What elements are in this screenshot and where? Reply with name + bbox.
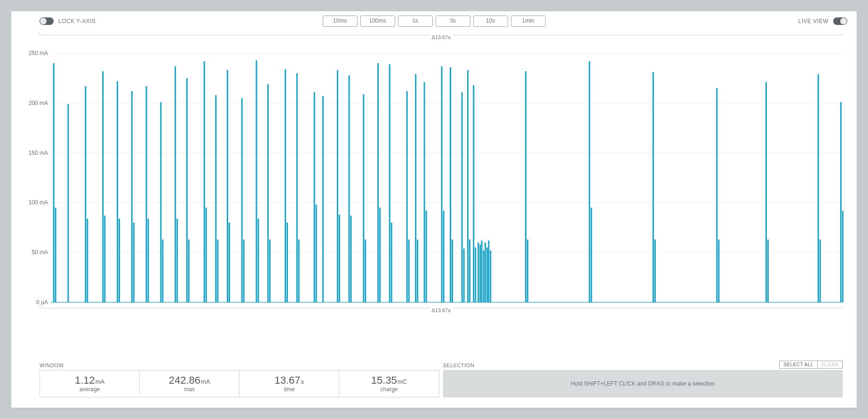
zoom-preset-button[interactable]: 10s bbox=[473, 16, 508, 27]
top-toolbar: LOCK Y-AXIS 10ms100ms1s3s10s1min LIVE VI… bbox=[11, 14, 857, 28]
selection-block: SELECTION SELECT ALL CLEAR Hold SHIFT+LE… bbox=[443, 363, 843, 399]
live-view-label: LIVE VIEW bbox=[798, 18, 828, 24]
stat-label: charge bbox=[381, 386, 398, 393]
stat-cell: 15.35mCcharge bbox=[339, 371, 438, 397]
time-ruler-bottom: Δ13.67s bbox=[40, 308, 843, 313]
stat-value: 242.86mA bbox=[169, 375, 210, 386]
selection-hint-area: Hold SHIFT+LEFT CLICK and DRAG to make a… bbox=[443, 370, 843, 397]
stat-cell: 13.67stime bbox=[239, 371, 339, 397]
zoom-preset-button[interactable]: 100ms bbox=[360, 16, 395, 27]
y-axis-tick-label: 200 mA bbox=[29, 100, 48, 106]
stat-cell: 242.86mAmax bbox=[140, 371, 239, 397]
stat-label: time bbox=[284, 386, 295, 393]
y-axis-tick-label: 0 µA bbox=[36, 299, 48, 306]
time-delta-top: Δ13.67s bbox=[430, 34, 452, 40]
stat-value: 15.35mC bbox=[371, 375, 407, 386]
y-axis-tick-label: 150 mA bbox=[29, 150, 48, 156]
live-view-toggle[interactable] bbox=[833, 17, 847, 25]
power-profiler-panel: LOCK Y-AXIS 10ms100ms1s3s10s1min LIVE VI… bbox=[11, 11, 857, 408]
stat-value: 13.67s bbox=[275, 375, 304, 386]
zoom-preset-button[interactable]: 10ms bbox=[323, 16, 358, 27]
select-all-button[interactable]: SELECT ALL bbox=[779, 361, 818, 369]
plot-canvas[interactable]: 0 µA50 mA100 mA150 mA200 mA250 mA bbox=[51, 43, 843, 303]
time-ruler-top: Δ13.67s bbox=[40, 35, 843, 40]
window-stats-block: WINDOW 1.12mAaverage242.86mAmax13.67stim… bbox=[40, 363, 439, 399]
stat-label: max bbox=[184, 386, 195, 393]
stat-cell: 1.12mAaverage bbox=[40, 371, 140, 397]
zoom-preset-button[interactable]: 3s bbox=[436, 16, 470, 27]
window-stats-grid: 1.12mAaverage242.86mAmax13.67stime15.35m… bbox=[40, 370, 439, 397]
zoom-preset-button[interactable]: 1min bbox=[511, 16, 546, 27]
stats-row: WINDOW 1.12mAaverage242.86mAmax13.67stim… bbox=[40, 363, 843, 399]
clear-selection-button[interactable]: CLEAR bbox=[818, 361, 843, 369]
y-axis-tick-label: 250 mA bbox=[29, 50, 48, 56]
window-title: WINDOW bbox=[40, 363, 439, 368]
lock-y-axis-toggle[interactable] bbox=[40, 17, 54, 25]
chart-area[interactable]: Δ13.67s 0 µA50 mA100 mA150 mA200 mA250 m… bbox=[40, 35, 843, 313]
y-axis-tick-label: 50 mA bbox=[32, 249, 48, 256]
stat-value: 1.12mA bbox=[75, 375, 104, 386]
time-delta-bottom: Δ13.67s bbox=[430, 307, 452, 313]
y-axis-tick-label: 100 mA bbox=[29, 199, 48, 206]
selection-hint: Hold SHIFT+LEFT CLICK and DRAG to make a… bbox=[571, 380, 715, 387]
chart-svg bbox=[51, 43, 843, 302]
lock-y-axis-label: LOCK Y-AXIS bbox=[58, 18, 96, 24]
stat-label: average bbox=[80, 386, 100, 393]
zoom-preset-button[interactable]: 1s bbox=[398, 16, 433, 27]
zoom-preset-group: 10ms100ms1s3s10s1min bbox=[323, 16, 546, 27]
